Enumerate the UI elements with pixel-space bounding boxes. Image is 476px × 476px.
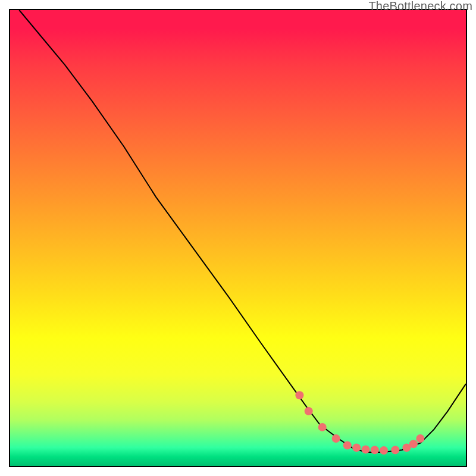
highlight-dot <box>305 407 313 415</box>
highlight-dot <box>391 446 399 454</box>
highlight-dot <box>332 434 340 443</box>
chart-svg <box>0 0 476 476</box>
highlight-dot <box>352 443 361 452</box>
highlight-dot <box>371 446 379 454</box>
bottleneck-curve <box>19 10 466 452</box>
highlight-dots <box>295 391 424 455</box>
highlight-dot <box>380 446 388 455</box>
highlight-dot <box>362 445 370 453</box>
highlight-dot <box>416 434 424 443</box>
bottleneck-chart: TheBottleneck.com <box>0 0 476 476</box>
highlight-dot <box>318 423 327 431</box>
highlight-dot <box>343 441 352 450</box>
highlight-dot <box>409 440 418 448</box>
watermark-text: TheBottleneck.com <box>368 0 472 13</box>
highlight-dot <box>295 391 303 399</box>
